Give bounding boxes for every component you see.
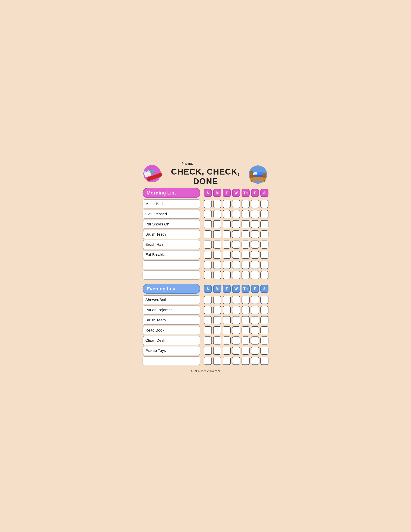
evening-checkbox[interactable] — [260, 306, 268, 314]
evening-checkbox[interactable] — [223, 316, 231, 324]
morning-checkbox[interactable] — [223, 230, 231, 238]
evening-checkbox[interactable] — [213, 336, 221, 344]
morning-checkbox[interactable] — [260, 251, 268, 259]
evening-checkbox[interactable] — [242, 347, 250, 355]
morning-checkbox[interactable] — [213, 210, 221, 218]
morning-checkbox[interactable] — [213, 220, 221, 228]
morning-checkbox[interactable] — [232, 261, 240, 269]
morning-checkbox[interactable] — [260, 220, 268, 228]
morning-checkbox[interactable] — [223, 240, 231, 248]
evening-checkbox[interactable] — [204, 296, 212, 304]
morning-checkbox[interactable] — [213, 230, 221, 238]
morning-checkbox[interactable] — [232, 210, 240, 218]
morning-checkbox[interactable] — [213, 200, 221, 208]
morning-checkbox[interactable] — [232, 240, 240, 248]
evening-checkbox[interactable] — [232, 296, 240, 304]
morning-checkbox[interactable] — [242, 240, 250, 248]
evening-checkbox[interactable] — [213, 316, 221, 324]
morning-checkbox[interactable] — [260, 271, 268, 279]
morning-checkbox[interactable] — [223, 210, 231, 218]
morning-checkbox[interactable] — [204, 230, 212, 238]
morning-checkbox[interactable] — [204, 251, 212, 259]
evening-checkbox[interactable] — [204, 336, 212, 344]
evening-checkbox[interactable] — [232, 326, 240, 334]
evening-checkbox[interactable] — [232, 357, 240, 365]
evening-checkbox[interactable] — [223, 306, 231, 314]
morning-checkbox[interactable] — [251, 210, 259, 218]
evening-checkbox[interactable] — [260, 296, 268, 304]
morning-checkbox[interactable] — [213, 251, 221, 259]
morning-checkbox[interactable] — [223, 271, 231, 279]
morning-checkbox[interactable] — [251, 200, 259, 208]
morning-checkbox[interactable] — [260, 240, 268, 248]
evening-checkbox[interactable] — [242, 306, 250, 314]
morning-checkbox[interactable] — [204, 261, 212, 269]
morning-checkbox[interactable] — [260, 210, 268, 218]
evening-checkbox[interactable] — [232, 316, 240, 324]
morning-checkbox[interactable] — [251, 240, 259, 248]
evening-checkbox[interactable] — [232, 306, 240, 314]
evening-checkbox[interactable] — [242, 296, 250, 304]
morning-checkbox[interactable] — [242, 220, 250, 228]
evening-checkbox[interactable] — [242, 326, 250, 334]
morning-checkbox[interactable] — [223, 220, 231, 228]
evening-checkbox[interactable] — [260, 316, 268, 324]
evening-checkbox[interactable] — [213, 347, 221, 355]
morning-checkbox[interactable] — [213, 240, 221, 248]
evening-checkbox[interactable] — [251, 357, 259, 365]
evening-checkbox[interactable] — [260, 336, 268, 344]
morning-checkbox[interactable] — [232, 251, 240, 259]
morning-checkbox[interactable] — [232, 200, 240, 208]
evening-checkbox[interactable] — [223, 296, 231, 304]
morning-checkbox[interactable] — [204, 271, 212, 279]
evening-checkbox[interactable] — [223, 326, 231, 334]
morning-checkbox[interactable] — [260, 230, 268, 238]
evening-checkbox[interactable] — [204, 347, 212, 355]
evening-checkbox[interactable] — [232, 336, 240, 344]
morning-checkbox[interactable] — [204, 210, 212, 218]
evening-checkbox[interactable] — [251, 336, 259, 344]
evening-checkbox[interactable] — [242, 316, 250, 324]
evening-checkbox[interactable] — [213, 306, 221, 314]
evening-checkbox[interactable] — [213, 326, 221, 334]
evening-checkbox[interactable] — [204, 306, 212, 314]
morning-checkbox[interactable] — [251, 220, 259, 228]
morning-checkbox[interactable] — [260, 200, 268, 208]
evening-checkbox[interactable] — [204, 316, 212, 324]
morning-checkbox[interactable] — [260, 261, 268, 269]
evening-checkbox[interactable] — [251, 316, 259, 324]
morning-checkbox[interactable] — [213, 261, 221, 269]
morning-checkbox[interactable] — [251, 271, 259, 279]
evening-checkbox[interactable] — [251, 296, 259, 304]
morning-checkbox[interactable] — [242, 251, 250, 259]
evening-checkbox[interactable] — [251, 326, 259, 334]
evening-checkbox[interactable] — [260, 357, 268, 365]
evening-checkbox[interactable] — [232, 347, 240, 355]
morning-checkbox[interactable] — [223, 251, 231, 259]
evening-checkbox[interactable] — [213, 296, 221, 304]
morning-checkbox[interactable] — [213, 271, 221, 279]
morning-checkbox[interactable] — [223, 261, 231, 269]
morning-checkbox[interactable] — [242, 210, 250, 218]
evening-checkbox[interactable] — [204, 326, 212, 334]
morning-checkbox[interactable] — [242, 261, 250, 269]
evening-checkbox[interactable] — [204, 357, 212, 365]
evening-checkbox[interactable] — [260, 347, 268, 355]
evening-checkbox[interactable] — [242, 336, 250, 344]
evening-checkbox[interactable] — [260, 326, 268, 334]
morning-checkbox[interactable] — [251, 261, 259, 269]
morning-checkbox[interactable] — [242, 230, 250, 238]
morning-checkbox[interactable] — [232, 271, 240, 279]
morning-checkbox[interactable] — [242, 200, 250, 208]
morning-checkbox[interactable] — [204, 240, 212, 248]
morning-checkbox[interactable] — [204, 220, 212, 228]
evening-checkbox[interactable] — [223, 336, 231, 344]
evening-checkbox[interactable] — [242, 357, 250, 365]
morning-checkbox[interactable] — [242, 271, 250, 279]
morning-checkbox[interactable] — [232, 230, 240, 238]
evening-checkbox[interactable] — [213, 357, 221, 365]
evening-checkbox[interactable] — [251, 306, 259, 314]
morning-checkbox[interactable] — [232, 220, 240, 228]
morning-checkbox[interactable] — [251, 230, 259, 238]
evening-checkbox[interactable] — [223, 357, 231, 365]
